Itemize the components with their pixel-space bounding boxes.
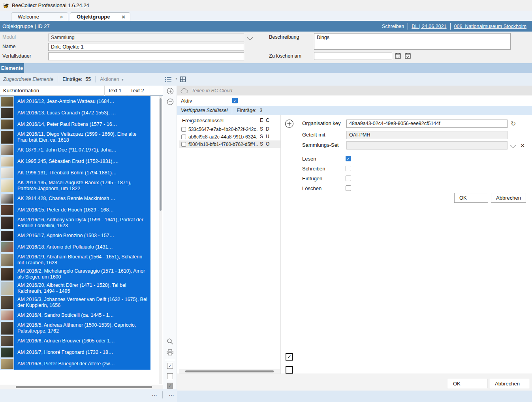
close-icon[interactable]: ×	[121, 14, 126, 20]
keys-rows: 533c5647-e7ab-4b20-b72f-242c…SDab6cf9c8-…	[179, 125, 280, 148]
deselect-all-checkbox-icon[interactable]	[167, 373, 173, 379]
modul-combobox[interactable]: Sammlung	[48, 34, 244, 41]
keys-horizontal-scrollbar[interactable]	[179, 369, 280, 374]
tab-objektgruppe-label: Objektgruppe	[77, 14, 110, 20]
cancel-button[interactable]: Abbrechen	[491, 193, 526, 203]
search-icon[interactable]	[167, 338, 173, 345]
column-truncated-2[interactable]: C	[264, 117, 270, 124]
list-item[interactable]: AM 2016/16, Anthony van Dyck (1599 - 164…	[0, 216, 159, 230]
more-options-icon[interactable]: …	[169, 391, 174, 397]
item-label: AM 2016/4, Sandro Botticelli (ca. 1445 -…	[14, 310, 150, 321]
list-item[interactable]: AM 2016/18, Antonio del Pollaiuolo (1431…	[0, 241, 159, 253]
keys-deselect-all-checkbox[interactable]	[286, 366, 293, 374]
record-header: Objektgruppe | ID 27 SchreibenDL | 24.06…	[0, 21, 532, 32]
cloud-panel: Teilen in BC Cloud Aktiv ✓ Verfügbare Sc…	[177, 86, 532, 402]
geteilt-mit-field[interactable]: OAI-PMH	[346, 131, 508, 139]
tab-welcome[interactable]: Welcome ×	[11, 12, 68, 21]
key-row[interactable]: 533c5647-e7ab-4b20-b72f-242c…SD	[179, 125, 280, 133]
scrollbar-thumb[interactable]	[185, 370, 274, 372]
column-kurzinformation[interactable]: Kurzinformation	[0, 86, 105, 95]
more-options-icon[interactable]: …	[152, 391, 157, 397]
sammlungs-set-field[interactable]	[346, 141, 508, 150]
section-tabs: Elemente	[0, 63, 532, 73]
list-item[interactable]: AM 2016/19, Abraham Bloemart (1564 - 165…	[0, 253, 159, 267]
key-checkbox[interactable]	[181, 142, 186, 147]
close-icon[interactable]: ×	[59, 14, 64, 20]
keys-select-all-checkbox[interactable]: ✓	[286, 353, 293, 361]
item-label: AK 1996.131, Theobald Böhm (1794-1881)…	[14, 167, 150, 179]
list-item[interactable]: AM 2016/3, Johannes Vermeer van Delft (1…	[0, 295, 159, 310]
keys-table-header: Freigabeschlüssel E C	[179, 115, 280, 125]
calendar-check-icon[interactable]	[405, 53, 411, 59]
list-item[interactable]: AM 2016/4, Sandro Botticelli (ca. 1445 -…	[0, 310, 159, 321]
list-item[interactable]: AK 1995.245, Sébastien Erard (1752-1831)…	[0, 156, 159, 167]
organisation-key-input[interactable]: 48aa9a43-02c4-49e8-9056-eee92cf5144f	[346, 120, 508, 128]
list-item[interactable]: AM 2016/11, Diego Velàzquez (1599 - 1660…	[0, 130, 159, 144]
column-truncated-1[interactable]: E	[258, 117, 264, 124]
verfallsdauer-input[interactable]	[48, 52, 244, 60]
caret-down-icon[interactable]: ▾	[175, 76, 177, 80]
zu-loeschen-input[interactable]	[314, 52, 392, 60]
chevron-down-icon[interactable]	[247, 34, 253, 41]
list-item[interactable]: AM 2016/20, Albrecht Dürer (1471 - 1528)…	[0, 281, 159, 295]
footer-cancel-button[interactable]: Abbrechen	[490, 379, 529, 388]
tab-objektgruppe[interactable]: Objektgruppe ×	[70, 12, 130, 21]
key-row[interactable]: ab6cf9c8-aa2c-44a8-991b-6324…SU	[179, 133, 280, 140]
clear-icon[interactable]: ×	[521, 142, 525, 149]
refresh-icon[interactable]: ↻	[511, 121, 516, 127]
column-text2[interactable]: Text 2	[127, 86, 150, 95]
item-label: AM 2016/6, Adriaen Brouwer (1605 oder 1…	[14, 335, 150, 347]
ok-button[interactable]: OK	[454, 193, 488, 203]
permission-checkbox-lesen[interactable]: ✓	[346, 156, 351, 161]
list-item[interactable]: AK 2914.428, Charles Rennie Mackintosh …	[0, 193, 159, 204]
header-link[interactable]: DL | 24.06.2021	[412, 24, 446, 29]
footer-ok-button[interactable]: OK	[448, 379, 487, 388]
select-all-checkbox-icon[interactable]: ✓	[167, 363, 173, 369]
list-item[interactable]: AM 2016/5, Andreas Althamer (1500-1539),…	[0, 321, 159, 335]
print-icon[interactable]	[167, 349, 173, 355]
elements-horizontal-scrollbar[interactable]	[0, 385, 163, 389]
aktiv-label: Aktiv	[181, 98, 228, 104]
elements-vertical-scrollbar[interactable]	[159, 96, 162, 384]
cloud-section-header[interactable]: Teilen in BC Cloud	[177, 86, 532, 95]
key-row[interactable]: f0004b10-bfb1-4760-b762-d5ff4…SO	[179, 140, 280, 148]
beschreibung-textarea[interactable]: Dings	[314, 33, 511, 50]
aktiv-checkbox[interactable]: ✓	[232, 98, 238, 103]
list-item[interactable]: AM 2016/15, Pieter de Hooch (1629 - 168…	[0, 204, 159, 216]
scrollbar-thumb[interactable]	[16, 386, 152, 388]
permission-checkbox-einfügen[interactable]	[346, 176, 351, 181]
list-item[interactable]: AM 2016/17, Agnolo Bronzino (1503 - 157…	[0, 230, 159, 241]
permission-checkbox-schreiben[interactable]	[346, 166, 351, 171]
column-freigabeschluessel[interactable]: Freigabeschlüssel	[182, 118, 258, 123]
list-item[interactable]: AM 2016/7, Honoré Fragonard (1732 - 18…	[0, 347, 159, 358]
collapse-minus-icon[interactable]	[167, 98, 174, 105]
list-item[interactable]: AM 2016/12, Jean-Antoine Watteau (1684…	[0, 96, 159, 107]
list-item[interactable]: AK 1879.71, John Doe (*11.07.1971), Joha…	[0, 144, 159, 156]
caret-down-icon[interactable]: ▾	[122, 77, 124, 82]
list-item[interactable]: AK 1996.131, Theobald Böhm (1794-1881)…	[0, 167, 159, 179]
permission-checkbox-löschen[interactable]	[346, 185, 351, 191]
name-input[interactable]	[48, 43, 244, 51]
expand-plus-icon[interactable]	[167, 88, 174, 95]
toggle-selection-checkbox-icon[interactable]: ✓	[167, 383, 173, 389]
item-thumbnail	[0, 321, 14, 335]
scrollbar-thumb[interactable]	[160, 98, 162, 211]
chevron-down-icon[interactable]	[510, 142, 516, 148]
list-view-icon[interactable]	[165, 77, 171, 82]
tab-elemente[interactable]: Elemente	[0, 63, 24, 73]
list-item[interactable]: AK 2913.135, Marcel-Auguste Raoux (1795 …	[0, 179, 159, 193]
add-key-icon[interactable]	[285, 119, 294, 128]
header-link[interactable]: 006_Nationalmuseum Stockholm	[454, 24, 526, 29]
actions-menu[interactable]: Aktionen	[100, 77, 119, 82]
table-grid-icon[interactable]	[180, 77, 186, 82]
calendar-icon[interactable]	[395, 53, 401, 59]
key-checkbox[interactable]	[181, 135, 186, 139]
list-item[interactable]: AM 2016/13, Lucas Cranach (1472-1553), …	[0, 107, 159, 119]
list-item[interactable]: AM 2016/2, Michelangelo Caravaggio (1571…	[0, 267, 159, 281]
list-item[interactable]: AM 2016/8, Pieter Brueghel der Ältere (z…	[0, 358, 159, 370]
name-label: Name	[2, 44, 15, 49]
key-checkbox[interactable]	[181, 127, 186, 132]
list-item[interactable]: AM 2016/6, Adriaen Brouwer (1605 oder 1…	[0, 335, 159, 347]
list-item[interactable]: AM 2016/14, Peter Paul Rubens (1577 - 16…	[0, 119, 159, 130]
column-text1[interactable]: Text 1	[105, 86, 127, 95]
